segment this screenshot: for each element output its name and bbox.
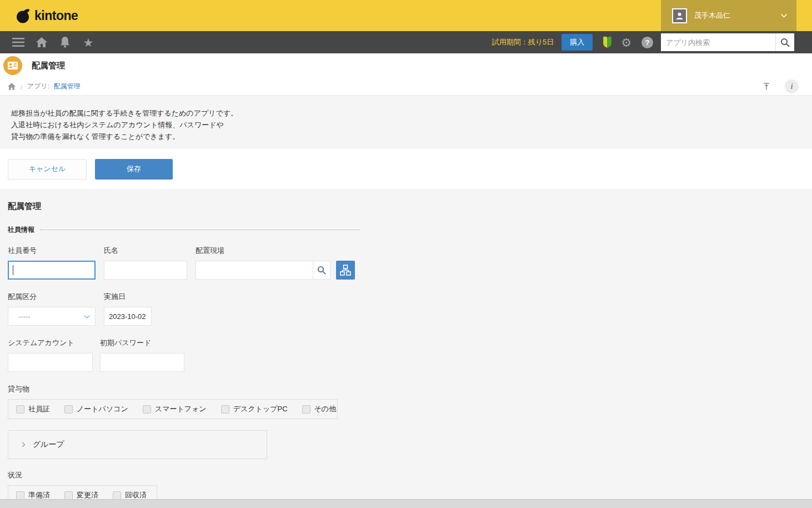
field-initial-password: 初期パスワード — [100, 338, 184, 372]
field-name: 氏名 — [104, 246, 187, 280]
breadcrumb-prefix: アプリ: — [27, 82, 49, 91]
user-avatar-icon — [672, 8, 687, 23]
settings-gear-icon[interactable]: ⚙ — [621, 37, 631, 48]
field-lent-items: 貸与物 社員証 ノートパソコン スマートフォン デスクトップPC その他 — [8, 384, 812, 419]
placement-site-label: 配置現場 — [196, 246, 355, 256]
section-label: 社員情報 — [8, 225, 34, 235]
lent-items-label: 貸与物 — [8, 384, 812, 394]
name-input[interactable] — [104, 261, 187, 280]
info-icon[interactable]: i — [785, 79, 799, 93]
checkbox-label: スマートフォン — [155, 404, 207, 414]
checkbox-option-employee-id-card[interactable]: 社員証 — [16, 404, 50, 414]
kintone-logo-text: kintone — [34, 8, 78, 23]
checkbox[interactable] — [64, 491, 73, 500]
assignment-category-dropdown[interactable]: ----- — [8, 307, 96, 326]
group-field-toggle[interactable]: › グループ — [8, 430, 267, 459]
status-label: 状況 — [8, 470, 812, 480]
section-employee-info: 社員情報 — [8, 225, 360, 235]
checkbox-label: ノートパソコン — [77, 404, 128, 414]
breadcrumb-app-link[interactable]: 配属管理 — [54, 82, 81, 91]
app-header: 配属管理 — [0, 53, 812, 78]
employee-number-label: 社員番号 — [8, 246, 96, 256]
global-toolbar: ★ 試用期間：残り5日 購入 ⚙ ? — [0, 31, 812, 53]
checkbox-label: 変更済 — [77, 490, 98, 500]
checkbox-label: 回収済 — [125, 490, 147, 500]
checkbox[interactable] — [302, 405, 310, 414]
checkbox[interactable] — [16, 405, 24, 414]
form-actions: キャンセル 保存 — [0, 149, 812, 189]
checkbox[interactable] — [16, 491, 24, 500]
kintone-logo[interactable]: kintone — [16, 8, 78, 23]
app-search — [661, 33, 794, 51]
org-chart-button[interactable] — [336, 261, 355, 280]
implementation-date-label: 実施日 — [104, 292, 152, 302]
bottom-scrollbar[interactable] — [0, 499, 812, 508]
description-line: 貸与物の準備を漏れなく管理することができます。 — [11, 131, 812, 142]
placement-site-lookup-button[interactable] — [313, 261, 330, 280]
checkbox[interactable] — [221, 405, 229, 414]
app-title: 配属管理 — [32, 61, 65, 71]
form-title: 配属管理 — [8, 201, 812, 212]
checkbox-option-prepared[interactable]: 準備済 — [16, 490, 50, 500]
text-caret — [13, 265, 13, 275]
field-row: 社員番号 氏名 配置現場 — [8, 246, 812, 280]
group-field-label: グループ — [33, 440, 64, 450]
checkbox-option-changed[interactable]: 変更済 — [64, 490, 98, 500]
system-account-input[interactable] — [8, 353, 93, 372]
checkbox-option-collected[interactable]: 回収済 — [113, 490, 147, 500]
app-icon — [3, 56, 22, 75]
checkbox-label: その他 — [314, 404, 337, 414]
app-search-input[interactable] — [661, 33, 775, 51]
lent-items-checkbox-group: 社員証 ノートパソコン スマートフォン デスクトップPC その他 — [8, 399, 338, 419]
field-placement-site: 配置現場 — [196, 246, 355, 280]
initial-password-input[interactable] — [100, 353, 184, 372]
field-assignment-category: 配属区分 ----- — [8, 292, 96, 326]
implementation-date-input[interactable] — [104, 307, 152, 326]
trial-period-text: 試用期間：残り5日 — [492, 37, 554, 47]
checkbox[interactable] — [113, 491, 121, 500]
favorites-star-icon[interactable]: ★ — [77, 31, 100, 53]
breadcrumb: › アプリ: 配属管理 i — [0, 78, 812, 96]
checkbox-option-laptop[interactable]: ノートパソコン — [64, 404, 128, 414]
purchase-button[interactable]: 購入 — [562, 34, 593, 51]
cancel-button[interactable]: キャンセル — [8, 159, 87, 180]
help-icon[interactable]: ? — [641, 37, 653, 48]
breadcrumb-home-icon[interactable] — [8, 83, 16, 90]
app-search-button[interactable] — [775, 33, 794, 51]
description-line: 入退社時における社内システムのアカウント情報、パスワードや — [11, 119, 812, 131]
home-icon[interactable] — [30, 31, 53, 53]
field-system-account: システムアカウント — [8, 338, 93, 372]
save-button[interactable]: 保存 — [95, 159, 173, 180]
checkbox-label: デスクトップPC — [233, 404, 288, 414]
checkbox-label: 社員証 — [28, 404, 50, 414]
beginner-mark-icon[interactable] — [603, 36, 612, 48]
search-icon — [317, 266, 326, 275]
field-row: システムアカウント 初期パスワード — [8, 338, 812, 372]
name-label: 氏名 — [104, 246, 187, 256]
employee-number-input[interactable] — [8, 261, 96, 280]
top-header: kintone 茂手木晶仁 — [0, 0, 812, 31]
chevron-down-icon — [84, 315, 90, 319]
checkbox[interactable] — [143, 405, 151, 414]
search-icon — [780, 38, 790, 47]
chevron-down-icon — [780, 13, 788, 18]
checkbox-option-smartphone[interactable]: スマートフォン — [143, 404, 207, 414]
menu-icon[interactable] — [7, 31, 30, 53]
placement-site-input[interactable] — [196, 261, 313, 280]
assignment-category-label: 配属区分 — [8, 292, 96, 302]
checkbox-option-other[interactable]: その他 — [302, 404, 337, 414]
field-row: 配属区分 ----- 実施日 — [8, 292, 812, 326]
field-implementation-date: 実施日 — [104, 292, 152, 326]
app-description: 総務担当が社員の配属に関する手続きを管理するためのアプリです。 入退社時における… — [0, 96, 812, 149]
breadcrumb-separator: › — [20, 82, 23, 91]
checkbox[interactable] — [64, 405, 73, 414]
checkbox-label: 準備済 — [28, 490, 50, 500]
checkbox-option-desktop-pc[interactable]: デスクトップPC — [221, 404, 288, 414]
notifications-bell-icon[interactable] — [53, 31, 77, 53]
section-divider — [40, 230, 360, 230]
user-menu[interactable]: 茂手木晶仁 — [661, 0, 796, 31]
pin-icon[interactable] — [763, 82, 770, 91]
kintone-logo-icon — [16, 8, 31, 23]
org-chart-icon — [340, 265, 351, 276]
record-form: 配属管理 社員情報 社員番号 氏名 配置現場 — [0, 189, 812, 499]
